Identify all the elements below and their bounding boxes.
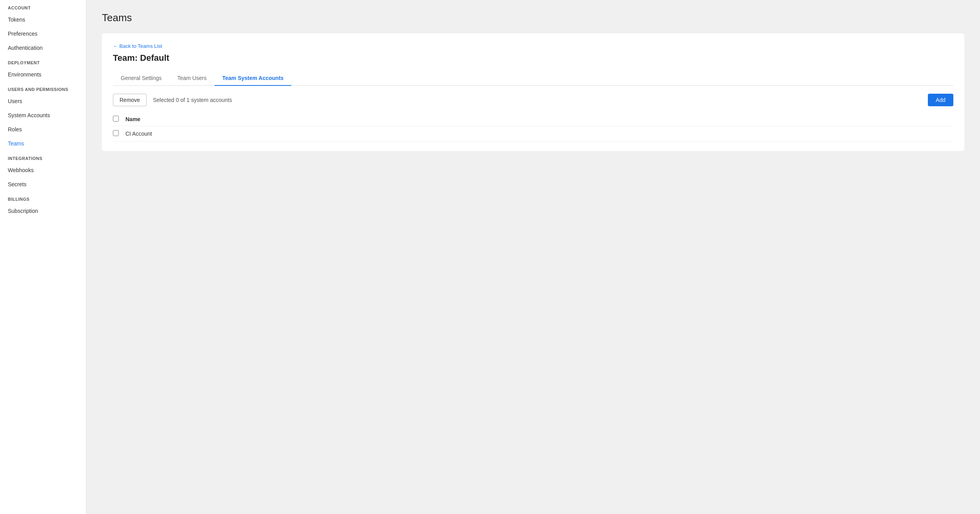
sidebar-item-users[interactable]: Users (0, 94, 86, 108)
table-body: CI Account (113, 126, 953, 142)
team-card: ← Back to Teams List Team: Default Gener… (102, 33, 964, 151)
selection-text: Selected 0 of 1 system accounts (153, 97, 232, 103)
tab-team-system-accounts[interactable]: Team System Accounts (214, 71, 291, 86)
header-checkbox-cell (113, 116, 125, 123)
tab-general-settings[interactable]: General Settings (113, 71, 169, 86)
page-title: Teams (102, 12, 964, 24)
toolbar: Remove Selected 0 of 1 system accounts A… (113, 94, 953, 106)
sidebar: ACCOUNTTokensPreferencesAuthenticationDE… (0, 0, 86, 514)
table-row: CI Account (113, 126, 953, 142)
tabs: General SettingsTeam UsersTeam System Ac… (113, 71, 953, 86)
sidebar-item-webhooks[interactable]: Webhooks (0, 163, 86, 177)
sidebar-section-users-and-permissions: USERS AND PERMISSIONS (0, 82, 86, 94)
sidebar-section-deployment: DEPLOYMENT (0, 55, 86, 67)
remove-button[interactable]: Remove (113, 94, 147, 106)
sidebar-item-subscription[interactable]: Subscription (0, 204, 86, 218)
table-header: Name (113, 113, 953, 126)
sidebar-item-secrets[interactable]: Secrets (0, 177, 86, 191)
toolbar-left: Remove Selected 0 of 1 system accounts (113, 94, 232, 106)
sidebar-section-billings: BILLINGS (0, 191, 86, 204)
add-button[interactable]: Add (928, 94, 953, 106)
sidebar-item-roles[interactable]: Roles (0, 122, 86, 136)
sidebar-section-integrations: INTEGRATIONS (0, 151, 86, 163)
row-name: CI Account (125, 131, 953, 137)
sidebar-item-authentication[interactable]: Authentication (0, 41, 86, 55)
sidebar-item-tokens[interactable]: Tokens (0, 13, 86, 27)
tab-team-users[interactable]: Team Users (169, 71, 214, 86)
sidebar-section-account: ACCOUNT (0, 0, 86, 13)
row-checkbox[interactable] (113, 130, 119, 136)
sidebar-item-preferences[interactable]: Preferences (0, 27, 86, 41)
row-checkbox-cell (113, 130, 125, 137)
select-all-checkbox[interactable] (113, 116, 119, 122)
team-title: Team: Default (113, 53, 953, 63)
sidebar-item-system-accounts[interactable]: System Accounts (0, 108, 86, 122)
sidebar-item-teams[interactable]: Teams (0, 136, 86, 151)
back-link[interactable]: ← Back to Teams List (113, 43, 162, 49)
column-header-name: Name (125, 116, 953, 122)
main-content: Teams ← Back to Teams List Team: Default… (86, 0, 980, 514)
sidebar-item-environments[interactable]: Environments (0, 67, 86, 82)
